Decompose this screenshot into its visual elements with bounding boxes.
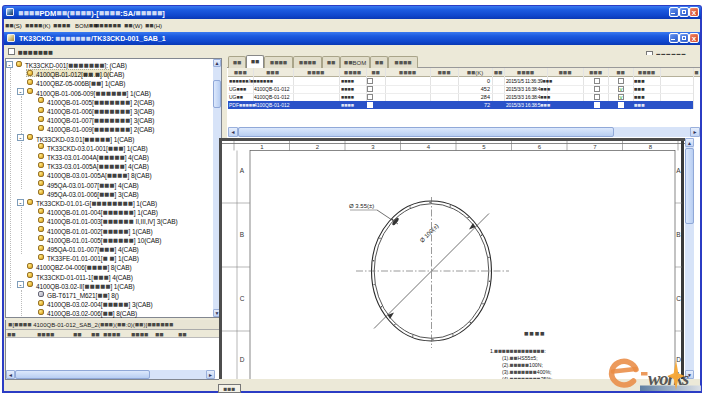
svg-text:■■■■: ■■■■ — [524, 329, 545, 338]
svg-text:A: A — [676, 167, 681, 174]
svg-text:Ø 100(±): Ø 100(±) — [419, 223, 440, 244]
svg-text:2: 2 — [316, 144, 320, 150]
svg-text:1.■■■■■■■■■■■■■:: 1.■■■■■■■■■■■■■: — [490, 347, 546, 354]
svg-text:C: C — [676, 295, 681, 302]
svg-text:B: B — [676, 231, 680, 238]
svg-text:5: 5 — [482, 144, 486, 150]
svg-text:A: A — [240, 167, 245, 174]
svg-text:B: B — [240, 231, 244, 238]
svg-text:(1).■■HS55±5;: (1).■■HS55±5; — [502, 354, 538, 361]
svg-text:works: works — [648, 369, 689, 389]
svg-text:4: 4 — [427, 144, 431, 150]
svg-text:C: C — [240, 295, 245, 302]
svg-text:7: 7 — [593, 144, 597, 150]
svg-text:8: 8 — [649, 144, 653, 150]
svg-text:(2).■■■■■100N;: (2).■■■■■100N; — [502, 361, 543, 368]
svg-text:6: 6 — [538, 144, 542, 150]
svg-text:1: 1 — [260, 144, 264, 150]
svg-text:(3).■■■■■■■400%;: (3).■■■■■■■400%; — [502, 368, 552, 375]
svg-text:Ø 3.55(±): Ø 3.55(±) — [349, 203, 374, 209]
svg-text:3: 3 — [371, 144, 375, 150]
svg-text:D: D — [240, 356, 245, 363]
